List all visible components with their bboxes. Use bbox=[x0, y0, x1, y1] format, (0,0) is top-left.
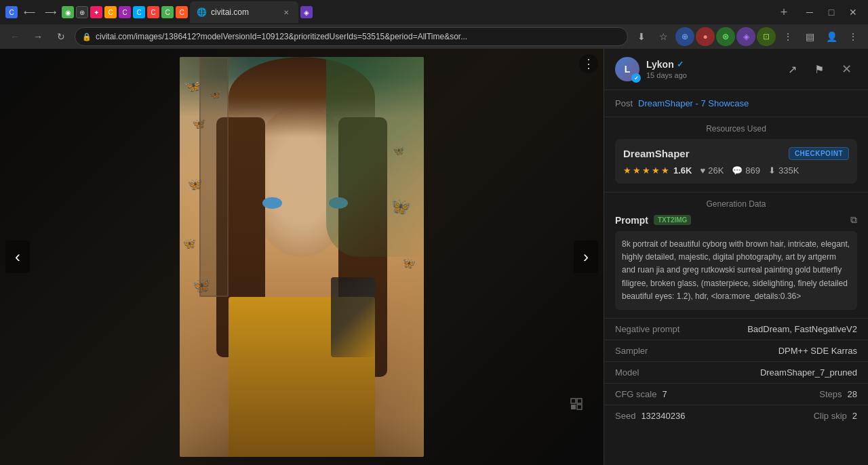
window-close-btn[interactable]: ✕ bbox=[844, 3, 863, 22]
extensions-btn[interactable]: ⋮ bbox=[778, 27, 797, 46]
post-section: Post DreamShaper - 7 Showcase bbox=[604, 90, 868, 117]
seed-clip-row: Seed 132340236 Clip skip 2 bbox=[604, 405, 868, 426]
prompt-text: 8k portrait of beautiful cyborg with bro… bbox=[615, 231, 857, 310]
negative-prompt-row: Negative prompt BadDream, FastNegativeV2 bbox=[604, 318, 868, 340]
svg-rect-1 bbox=[577, 399, 582, 403]
steps-pair: Steps 28 bbox=[736, 389, 858, 399]
arm-decoration bbox=[331, 277, 375, 357]
refresh-button[interactable]: ↻ bbox=[52, 27, 71, 46]
portrait-image: 🦋 🦋 🦋 🦋 🦋 🦋 🦋 🦋 🦋 bbox=[180, 57, 424, 457]
ext-icon-3[interactable]: ⊛ bbox=[716, 27, 735, 46]
tab-favicon-5: C bbox=[104, 6, 117, 18]
tab-back-btn[interactable]: ⟵ bbox=[20, 3, 39, 22]
ext-icon-4[interactable]: ◈ bbox=[736, 27, 755, 46]
svg-rect-2 bbox=[571, 405, 576, 409]
cursor-watermark bbox=[570, 397, 583, 411]
avatar-initials: L bbox=[625, 64, 631, 75]
clip-label: Clip skip bbox=[814, 411, 847, 421]
copy-prompt-button[interactable]: ⧉ bbox=[850, 214, 857, 226]
tab-favicon-10: C bbox=[176, 6, 188, 18]
active-tab-close[interactable]: ✕ bbox=[281, 7, 292, 18]
negative-prompt-value: BadDream, FastNegativeV2 bbox=[747, 324, 857, 334]
butterfly-5: 🦋 bbox=[182, 237, 196, 250]
post-link[interactable]: DreamShaper - 7 Showcase bbox=[638, 98, 749, 108]
active-tab[interactable]: 🌐 civitai.com ✕ bbox=[190, 1, 298, 23]
seed-value: 132340236 bbox=[641, 411, 685, 421]
likes-stat: ♥ 26K bbox=[700, 165, 724, 176]
lock-icon: 🔒 bbox=[82, 33, 92, 41]
negative-prompt-label: Negative prompt bbox=[615, 324, 679, 334]
likes-count: 26K bbox=[708, 165, 724, 176]
downloads-stat: ⬇ 335K bbox=[768, 165, 799, 176]
resource-name: DreamShaper bbox=[623, 148, 690, 159]
tab-forward-btn[interactable]: ⟶ bbox=[41, 3, 60, 22]
generation-section-title: Generation Data bbox=[604, 192, 868, 214]
share-button[interactable]: ↗ bbox=[781, 58, 803, 80]
close-panel-button[interactable]: ✕ bbox=[835, 58, 857, 80]
clip-value: 2 bbox=[852, 411, 857, 421]
url-bar[interactable]: 🔒 civitai.com/images/1386412?modelVersio… bbox=[75, 27, 628, 46]
username: Lykon ✓ bbox=[646, 59, 774, 70]
comments-count: 869 bbox=[745, 165, 760, 176]
prev-image-button[interactable]: ‹ bbox=[5, 241, 30, 273]
back-button[interactable]: ← bbox=[5, 27, 24, 46]
ext-icon-1[interactable]: ⊕ bbox=[675, 27, 694, 46]
address-bar: ← → ↻ 🔒 civitai.com/images/1386412?model… bbox=[0, 24, 868, 49]
ext-icon-5[interactable]: ⊡ bbox=[757, 27, 776, 46]
tab-favicon-7: C bbox=[133, 6, 145, 18]
butterfly-9: 🦋 bbox=[403, 257, 416, 270]
seed-label: Seed bbox=[615, 411, 635, 421]
window-frame bbox=[199, 57, 229, 297]
forward-button[interactable]: → bbox=[28, 27, 47, 46]
tab-favicon-8: C bbox=[147, 6, 159, 18]
user-avatar: L ✓ bbox=[615, 57, 639, 81]
download-btn[interactable]: ⬇ bbox=[632, 27, 651, 46]
tab-favicon-11: ◈ bbox=[300, 6, 313, 18]
tab-favicon-4: ✦ bbox=[90, 6, 102, 18]
tab-favicon-6: C bbox=[119, 6, 131, 18]
cfg-value: 7 bbox=[662, 389, 667, 399]
url-text: civitai.com/images/1386412?modelVersionI… bbox=[96, 32, 467, 41]
main-content: 🦋 🦋 🦋 🦋 🦋 🦋 🦋 🦋 🦋 bbox=[0, 49, 868, 465]
tab-favicon-1: C bbox=[5, 6, 18, 18]
menu-btn[interactable]: ⋮ bbox=[844, 27, 863, 46]
minimize-btn[interactable]: ─ bbox=[800, 3, 819, 22]
model-label: Model bbox=[615, 367, 639, 378]
download-icon: ⬇ bbox=[768, 165, 776, 176]
cfg-label: CFG scale bbox=[615, 389, 656, 399]
maximize-btn[interactable]: □ bbox=[822, 3, 841, 22]
prompt-section: Prompt TXT2IMG ⧉ 8k portrait of beautifu… bbox=[604, 214, 868, 318]
new-tab-button[interactable]: + bbox=[774, 3, 793, 22]
rating-count: 1.6K bbox=[673, 165, 692, 176]
sampler-row: Sampler DPM++ SDE Karras bbox=[604, 340, 868, 361]
post-label: Post bbox=[615, 98, 633, 108]
browser-toolbar-icons: ⬇ ☆ ⊕ ● ⊛ ◈ ⊡ ⋮ ▤ 👤 ⋮ bbox=[632, 27, 863, 46]
resource-header: DreamShaper CHECKPOINT bbox=[623, 147, 849, 160]
star-5: ★ bbox=[661, 165, 669, 176]
verified-icon: ✓ bbox=[677, 60, 684, 69]
star-1: ★ bbox=[623, 165, 631, 176]
resource-stats: ★ ★ ★ ★ ★ 1.6K ♥ 26K 💬 869 ⬇ 335K bbox=[623, 165, 849, 176]
active-tab-favicon: 🌐 bbox=[197, 7, 207, 17]
post-timestamp: 15 days ago bbox=[646, 71, 774, 79]
sidebar-toggle-btn[interactable]: ▤ bbox=[800, 27, 819, 46]
svg-rect-3 bbox=[577, 405, 582, 409]
portrait-canvas: 🦋 🦋 🦋 🦋 🦋 🦋 🦋 🦋 🦋 bbox=[180, 57, 424, 457]
sampler-value: DPM++ SDE Karras bbox=[778, 346, 857, 356]
profile-btn[interactable]: 👤 bbox=[822, 27, 841, 46]
foliage bbox=[326, 57, 424, 257]
tab-favicon-2: ◉ bbox=[62, 6, 74, 18]
flag-button[interactable]: ⚑ bbox=[808, 58, 830, 80]
next-image-button[interactable]: › bbox=[574, 241, 598, 273]
ext-icon-2[interactable]: ● bbox=[696, 27, 715, 46]
resource-card: DreamShaper CHECKPOINT ★ ★ ★ ★ ★ 1.6K ♥ … bbox=[615, 139, 857, 184]
prompt-label: Prompt bbox=[615, 215, 648, 226]
star-3: ★ bbox=[642, 165, 650, 176]
star-rating: ★ ★ ★ ★ ★ 1.6K bbox=[623, 165, 692, 176]
bookmark-btn[interactable]: ☆ bbox=[654, 27, 673, 46]
image-panel: 🦋 🦋 🦋 🦋 🦋 🦋 🦋 🦋 🦋 bbox=[0, 49, 604, 465]
user-info: Lykon ✓ 15 days ago bbox=[646, 59, 774, 79]
image-options-button[interactable]: ⋮ bbox=[579, 54, 598, 73]
sampler-label: Sampler bbox=[615, 346, 648, 356]
comment-icon: 💬 bbox=[732, 165, 743, 176]
